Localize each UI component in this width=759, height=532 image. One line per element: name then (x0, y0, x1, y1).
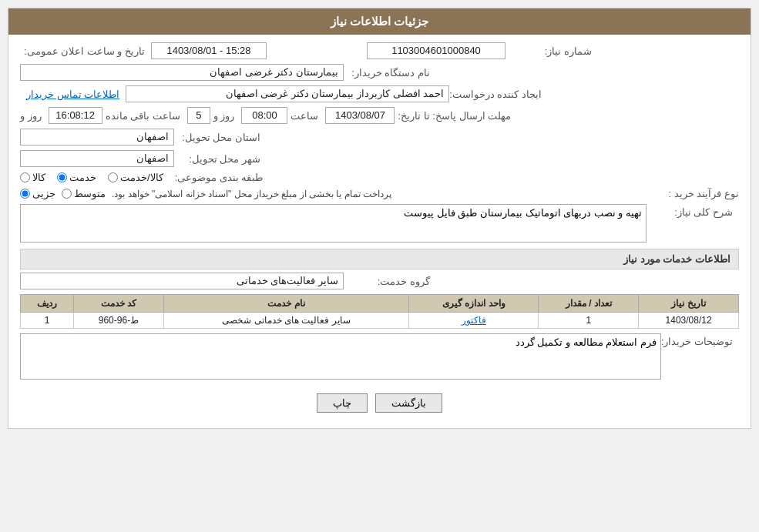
service-group-row: گروه خدمت: سایر فعالیت‌های خدماتی (20, 273, 739, 289)
buyer-desc-box: توضیحات خریدار: (20, 333, 739, 380)
proc-option1-label: جزیی (32, 188, 55, 199)
page-wrapper: جزئیات اطلاعات نیاز شماره نیاز: 11030046… (0, 0, 759, 532)
need-number-value: 1103004601000840 (367, 42, 505, 59)
announce-date-value: 1403/08/01 - 15:28 (151, 42, 267, 59)
send-date-time-label: ساعت (291, 110, 318, 122)
need-desc-label: شرح کلی نیاز: (646, 204, 739, 218)
col-header-unit: واحد اندازه گیری (409, 295, 539, 313)
col-header-code: کد خدمت (74, 295, 163, 313)
category-option-goods[interactable]: کالا (20, 172, 45, 183)
announce-date-label: تاریخ و ساعت اعلان عمومی: (20, 45, 151, 57)
buyer-desc-label: توضیحات خریدار: (661, 333, 739, 347)
page-header: جزئیات اطلاعات نیاز (8, 8, 751, 35)
province-label: استان محل تحویل: (174, 132, 267, 143)
category-option2-label: خدمت (69, 172, 96, 183)
cell-unit: فاکتور (409, 313, 539, 329)
category-row: طبقه بندی موضوعی: کالا/خدمت خدمت کالا (20, 172, 739, 183)
service-group-label: گروه خدمت: (344, 276, 436, 287)
send-date-time: 08:00 (241, 107, 287, 124)
page-title: جزئیات اطلاعات نیاز (331, 15, 428, 28)
back-button[interactable]: بازگشت (375, 393, 442, 413)
service-group-value: سایر فعالیت‌های خدماتی (20, 273, 344, 289)
need-number-row: شماره نیاز: 1103004601000840 1403/08/01 … (20, 42, 739, 59)
send-date-remaining-label: ساعت باقی مانده (106, 110, 180, 122)
send-date-days-label: روز و (213, 110, 235, 122)
main-container: جزئیات اطلاعات نیاز شماره نیاز: 11030046… (8, 8, 751, 429)
items-table: تاریخ نیاز تعداد / مقدار واحد اندازه گیر… (20, 294, 739, 329)
proc-option-partial[interactable]: جزیی (20, 188, 55, 199)
province-value: اصفهان (20, 129, 174, 146)
table-row: 1403/08/12 1 فاکتور سایر فعالیت های خدما… (21, 313, 739, 329)
send-date-remaining: 16:08:12 (49, 107, 102, 124)
print-button[interactable]: چاپ (317, 393, 368, 413)
city-label: شهر محل تحویل: (174, 153, 267, 165)
proc-radio-medium[interactable] (62, 189, 72, 199)
category-radio-service[interactable] (57, 172, 67, 182)
cell-code: ط-96-960 (74, 313, 163, 329)
category-radio-goods-service[interactable] (108, 172, 118, 182)
unit-link[interactable]: فاکتور (462, 315, 486, 326)
send-date-date: 1403/08/07 (325, 107, 395, 124)
proc-note: پرداخت تمام یا بخشی از مبلغ خریداز محل "… (112, 189, 391, 199)
proc-type-label: نوع فرآیند خرید : (666, 188, 739, 199)
category-radio-goods[interactable] (20, 172, 30, 182)
proc-radio-partial[interactable] (20, 189, 30, 199)
category-option1-label: کالا (32, 172, 45, 183)
button-row: بازگشت چاپ (20, 386, 739, 420)
contact-link[interactable]: اطلاعات تماس خریدار (26, 89, 119, 100)
col-header-date: تاریخ نیاز (639, 295, 739, 313)
need-number-label: شماره نیاز: (505, 45, 598, 57)
send-date-days: 5 (187, 107, 210, 124)
services-section-header: اطلاعات خدمات مورد نیاز (20, 249, 739, 269)
city-row: شهر محل تحویل: اصفهان (20, 150, 739, 167)
buyer-desc-area[interactable] (20, 333, 661, 380)
proc-type-row: نوع فرآیند خرید : پرداخت تمام یا بخشی از… (20, 188, 739, 199)
col-header-name: نام خدمت (163, 295, 409, 313)
col-header-row: ردیف (21, 295, 74, 313)
creator-label: ایجاد کننده درخواست: (449, 89, 548, 100)
proc-option2-label: متوسط (74, 188, 106, 199)
col-header-qty: تعداد / مقدار (539, 295, 639, 313)
category-label: طبقه بندی موضوعی: (175, 172, 264, 183)
services-title: اطلاعات خدمات مورد نیاز (623, 253, 730, 265)
content-area: شماره نیاز: 1103004601000840 1403/08/01 … (8, 35, 751, 428)
days-unit-label: روز و (20, 110, 42, 122)
city-value: اصفهان (20, 150, 174, 167)
category-option3-label: کالا/خدمت (120, 172, 163, 183)
creator-value: احمد افضلی کاربرداز بیمارستان دکتر غرضی … (126, 85, 449, 102)
cell-date: 1403/08/12 (639, 313, 739, 329)
province-row: استان محل تحویل: اصفهان (20, 129, 739, 146)
org-name-row: نام دستگاه خریدار: بیمارستان دکتر غرضی ا… (20, 64, 739, 81)
category-option-service-goods[interactable]: کالا/خدمت (108, 172, 163, 183)
creator-row: ایجاد کننده درخواست: احمد افضلی کاربرداز… (20, 85, 739, 102)
cell-row: 1 (21, 313, 74, 329)
send-date-label: مهلت ارسال پاسخ: تا تاریخ: (398, 110, 511, 122)
need-desc-box: شرح کلی نیاز: (20, 204, 739, 243)
org-name-value: بیمارستان دکتر غرضی اصفهان (20, 64, 344, 81)
cell-name: سایر فعالیت های خدماتی شخصی (163, 313, 409, 329)
category-option-service[interactable]: خدمت (57, 172, 96, 183)
cell-qty: 1 (539, 313, 639, 329)
org-name-label: نام دستگاه خریدار: (344, 67, 436, 79)
need-desc-area[interactable] (20, 204, 646, 243)
table-header-row: تاریخ نیاز تعداد / مقدار واحد اندازه گیر… (21, 295, 739, 313)
send-date-row: مهلت ارسال پاسخ: تا تاریخ: 1403/08/07 سا… (20, 107, 739, 124)
proc-option-medium[interactable]: متوسط (62, 188, 106, 199)
